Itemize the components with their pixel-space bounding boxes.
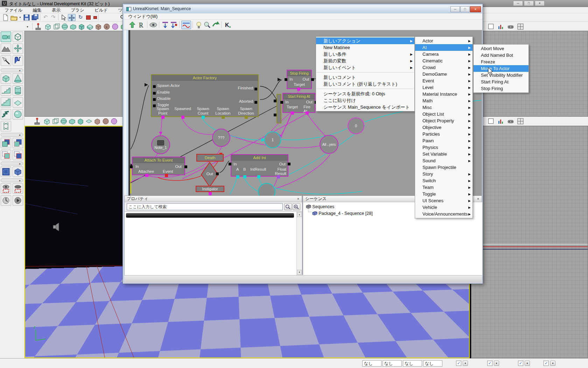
- node-add-int[interactable]: Add Int In Out A B IntResult Float Resul…: [231, 154, 288, 177]
- hide-selected-button[interactable]: [13, 183, 23, 194]
- vp2-cube2-icon[interactable]: [68, 117, 76, 125]
- select-special-button[interactable]: [1, 166, 11, 177]
- properties-scrollbar-vertical[interactable]: ▲ ▼: [296, 212, 302, 275]
- save-icon[interactable]: [23, 14, 30, 21]
- vp2-sphere2-icon[interactable]: [102, 117, 110, 125]
- vp2-cube-icon[interactable]: [43, 117, 51, 125]
- menu-paste-here[interactable]: ここに貼り付け: [316, 97, 414, 104]
- csg-intersect-button[interactable]: [1, 150, 11, 160]
- menu-edit[interactable]: 編集: [28, 7, 46, 13]
- status-slot-4[interactable]: なし: [423, 360, 442, 367]
- angle-snap-dropdown-icon[interactable]: ▼: [494, 361, 499, 366]
- varpin-a[interactable]: [236, 175, 239, 178]
- node-death-instigator[interactable]: Instigator: [196, 186, 224, 192]
- pin-out-finished[interactable]: [254, 88, 257, 90]
- brown-cube-builder-icon[interactable]: [94, 23, 102, 30]
- properties-scrollbar-horizontal[interactable]: [126, 213, 294, 218]
- open-dropdown-icon[interactable]: ▼: [18, 14, 22, 21]
- search-options-button[interactable]: [293, 203, 300, 210]
- scale-tool-icon[interactable]: [85, 14, 92, 21]
- pin-start-in[interactable]: [280, 101, 283, 104]
- submenu-crowd[interactable]: Crowd▶: [415, 64, 472, 71]
- varpin-instigator[interactable]: [209, 192, 212, 195]
- ai-start-firing-at[interactable]: Start Firing At: [474, 79, 528, 85]
- submenu-voice-announcements[interactable]: Voice/Announcements▶: [415, 211, 472, 217]
- builder-sheet-button[interactable]: [13, 97, 23, 108]
- main-minimize-button[interactable]: ─: [513, 1, 523, 6]
- geometry-edit-button[interactable]: [1, 55, 11, 66]
- autosave-checkbox[interactable]: ✓: [544, 361, 549, 366]
- kismet-debugger-icon[interactable]: K: [223, 21, 232, 29]
- submenu-ui-scenes[interactable]: UI Scenes▶: [415, 197, 472, 204]
- submenu-team[interactable]: Team▶: [415, 184, 472, 191]
- csg-add-button[interactable]: [1, 138, 11, 148]
- varpin-spawn-point[interactable]: [161, 116, 164, 119]
- kismet-minimize-button[interactable]: ─: [450, 6, 460, 12]
- builder-volumetric-button[interactable]: [1, 121, 11, 131]
- status-slot-3[interactable]: なし: [403, 360, 422, 367]
- vp2-brown-icon[interactable]: [93, 117, 101, 125]
- brown-sphere-builder-icon[interactable]: s: [103, 23, 111, 30]
- varpin-intresult[interactable]: [257, 175, 260, 178]
- save-all-icon[interactable]: [31, 14, 38, 21]
- cube-wire-builder-icon[interactable]: [52, 23, 60, 30]
- static-mesh-mode-button[interactable]: [13, 55, 23, 66]
- menu-new-action[interactable]: 新しいアクション▶: [316, 38, 414, 44]
- vp3-stats-icon[interactable]: [497, 117, 505, 125]
- node-attach-to-event[interactable]: Attach To Event In Out Attachee Event: [132, 157, 185, 175]
- submenu-actor[interactable]: Actor▶: [415, 38, 472, 44]
- submenu-physics[interactable]: Physics▶: [415, 144, 472, 151]
- vp2-cube3-icon[interactable]: [77, 117, 84, 125]
- tree-item-sequences[interactable]: Sequences: [306, 204, 411, 210]
- submenu-object-property[interactable]: Object Property▶: [415, 117, 472, 124]
- varpin-stop-target[interactable]: [297, 88, 300, 91]
- submenu-sound[interactable]: Sound▶: [415, 157, 472, 164]
- submenu-story[interactable]: Story▶: [415, 171, 472, 177]
- vp2-purple-icon[interactable]: [110, 117, 118, 125]
- search-tool-icon[interactable]: [203, 21, 211, 29]
- brushes-collapse-bar[interactable]: ▲: [1, 133, 23, 137]
- geometry-mode-button[interactable]: [13, 32, 23, 42]
- curve-editor-icon[interactable]: [181, 21, 191, 29]
- submenu-switch[interactable]: Switch▶: [415, 177, 472, 184]
- cube-builder-icon[interactable]: [44, 23, 52, 30]
- varpin-event[interactable]: [165, 174, 168, 177]
- ai-freeze[interactable]: Freeze: [474, 59, 528, 65]
- node-stop-firing[interactable]: Stop Firing In Out Target: [287, 70, 312, 89]
- main-close-button[interactable]: ×: [535, 1, 545, 6]
- kismet-close-button[interactable]: ×: [470, 6, 481, 12]
- builder-spiral-stairs-button[interactable]: [1, 109, 11, 120]
- varpin-spawn-location[interactable]: [222, 116, 225, 119]
- joystick-icon[interactable]: [34, 23, 42, 30]
- builder-cone-button[interactable]: [13, 73, 23, 84]
- node-start-firing-at[interactable]: Start Firing At In Out Target Fire At: [282, 93, 315, 113]
- ai-set-visibility-modifier[interactable]: Set Visibility Modifier: [474, 72, 528, 79]
- menu-new-comment-wrapped[interactable]: 新しいコメント (折り返しテキスト): [316, 81, 414, 87]
- select-collapse-bar[interactable]: ▲: [1, 178, 23, 182]
- node-fragment[interactable]: [276, 94, 281, 123]
- vp2-flat-icon[interactable]: [85, 117, 93, 125]
- ai-abort-move[interactable]: Abort Move: [474, 45, 528, 52]
- grid-snap-dropdown-icon[interactable]: ▼: [463, 361, 468, 366]
- zoom-to-fit-selected-icon[interactable]: [169, 21, 178, 29]
- search-button[interactable]: [284, 203, 292, 210]
- camera-mode-button[interactable]: [1, 32, 11, 42]
- tree-item-package[interactable]: Package_4 - Sequence [28]: [312, 211, 431, 217]
- menu-new-matinee[interactable]: New Matinee: [316, 44, 414, 51]
- pin-in-enable[interactable]: [153, 92, 156, 95]
- translate-widget-button[interactable]: [13, 43, 23, 54]
- viewport-stats-icon[interactable]: [497, 23, 505, 30]
- ai-move-to-actor[interactable]: Move To Actor: [474, 65, 528, 72]
- varpin-start-fireat[interactable]: [306, 111, 309, 115]
- submenu-material-instance[interactable]: Material Instance▶: [415, 91, 472, 97]
- csg-subtract-button[interactable]: [13, 138, 23, 148]
- varpin-attachee[interactable]: [145, 174, 148, 177]
- cube4-builder-icon[interactable]: [86, 23, 94, 30]
- update-list-icon[interactable]: [211, 21, 220, 29]
- submenu-toggle[interactable]: Toggle▶: [415, 191, 472, 197]
- builder-curved-stairs-button[interactable]: [1, 85, 11, 96]
- vp3-maximize-icon[interactable]: [487, 117, 495, 125]
- properties-grid[interactable]: ▲ ▼: [125, 211, 302, 275]
- cube3-builder-icon[interactable]: [78, 23, 85, 30]
- csg-deintersect-button[interactable]: [13, 150, 23, 160]
